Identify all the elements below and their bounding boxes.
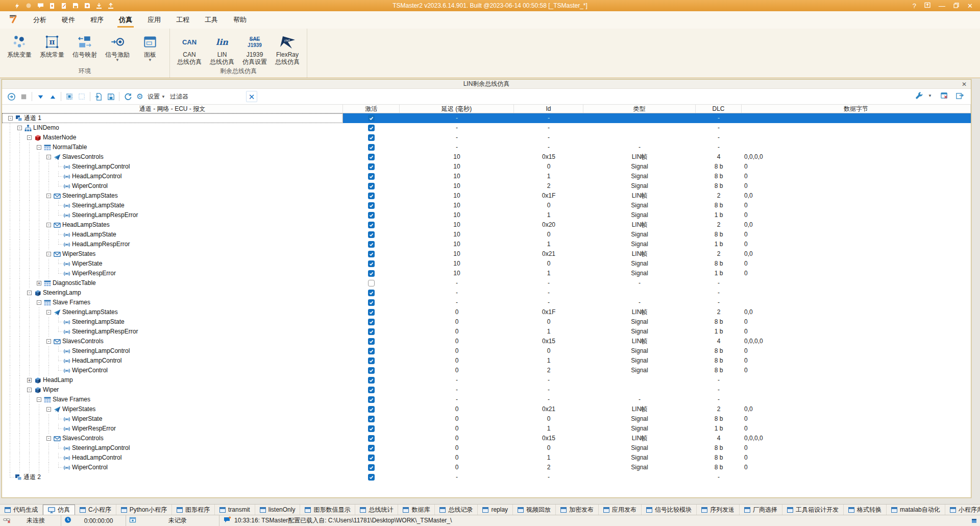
taskbar-item-17[interactable]: 厂商选择 <box>740 505 782 515</box>
menu-item-4[interactable]: 应用 <box>140 12 168 28</box>
expand-toggle[interactable]: - <box>44 223 54 227</box>
expand-toggle[interactable]: - <box>34 300 44 305</box>
activate-checkbox[interactable] <box>368 319 375 325</box>
tree-cell[interactable]: 通道 2 <box>2 472 343 482</box>
wrench-icon[interactable] <box>913 90 924 101</box>
activate-checkbox[interactable] <box>368 202 375 209</box>
disk-icon[interactable] <box>72 2 79 9</box>
activate-checkbox[interactable] <box>368 154 375 160</box>
close-icon[interactable]: ✕ <box>967 2 973 10</box>
activate-checkbox[interactable] <box>368 134 375 141</box>
tree-cell[interactable]: SteeringLampState <box>2 317 343 327</box>
clear-filter-icon[interactable]: ✕ <box>246 91 257 102</box>
ribbon-button-j1939[interactable]: SAEJ1939J1939 仿真设置 <box>238 31 271 66</box>
column-header-3[interactable]: Id <box>514 105 583 113</box>
select-all-icon[interactable] <box>64 91 75 102</box>
taskbar-item-19[interactable]: 格式转换 <box>844 505 887 515</box>
tree-cell[interactable]: -MasterNode <box>2 133 343 142</box>
tree-row[interactable]: SteeringLampState00Signal8 b0 <box>2 317 971 327</box>
tree-row[interactable]: SteeringLampRespError01Signal1 b0 <box>2 327 971 337</box>
activate-checkbox[interactable] <box>368 173 375 180</box>
window-close-icon[interactable]: ✕ <box>962 80 967 89</box>
ribbon-button-sysvar[interactable]: 系统变量 <box>3 31 36 66</box>
tree-cell[interactable]: HeadLampState <box>2 230 343 240</box>
activate-checkbox[interactable] <box>368 357 375 364</box>
tree-row[interactable]: SteeringLampControl00Signal8 b0 <box>2 443 971 453</box>
tree-cell[interactable]: SteeringLampControl <box>2 346 343 356</box>
menu-item-3[interactable]: 仿真 <box>111 12 140 28</box>
tree-row[interactable]: -Slave Frames---- <box>2 298 971 307</box>
expand-toggle[interactable]: - <box>24 135 34 140</box>
tree-cell[interactable]: HeadLampControl <box>2 172 343 181</box>
activate-checkbox[interactable] <box>368 144 375 151</box>
tree-cell[interactable]: -SteeringLampStates <box>2 191 343 201</box>
tree-cell[interactable]: -Wiper <box>2 385 343 395</box>
tree-cell[interactable]: -SteeringLampStates <box>2 307 343 317</box>
activate-checkbox[interactable] <box>368 270 375 277</box>
taskbar-item-4[interactable]: 图形程序 <box>172 505 215 515</box>
expand-toggle[interactable]: - <box>44 155 54 159</box>
tree-row[interactable]: WiperRespError101Signal1 b0 <box>2 269 971 278</box>
expand-toggle[interactable]: - <box>15 126 24 130</box>
taskbar-item-18[interactable]: 工具箱设计开发 <box>782 505 844 515</box>
taskbar-item-13[interactable]: 加密发布 <box>556 505 599 515</box>
tree-row[interactable]: WiperControl02Signal8 b0 <box>2 463 971 472</box>
tree-cell[interactable]: SteeringLampControl <box>2 162 343 172</box>
activate-checkbox[interactable] <box>368 338 375 345</box>
tree-cell[interactable]: HeadLampControl <box>2 356 343 366</box>
taskbar-item-12[interactable]: 视频回放 <box>513 505 556 515</box>
circle-icon[interactable] <box>25 2 32 9</box>
activate-checkbox[interactable] <box>368 290 375 296</box>
activate-checkbox[interactable] <box>368 115 375 122</box>
filter-button[interactable]: 过滤器 <box>170 92 188 101</box>
expand-toggle[interactable]: + <box>34 281 44 285</box>
expand-toggle[interactable]: - <box>44 407 54 412</box>
settings-button[interactable]: 设置 <box>148 92 160 101</box>
tree-cell[interactable]: +DiagnosticTable <box>2 278 343 288</box>
tree-cell[interactable]: -SlavesControls <box>2 337 343 346</box>
activate-checkbox[interactable] <box>368 280 375 286</box>
menu-item-7[interactable]: 帮助 <box>226 12 254 28</box>
close-panel-icon[interactable] <box>939 90 950 101</box>
tree-row[interactable]: HeadLampControl01Signal8 b0 <box>2 356 971 366</box>
minimize-icon[interactable]: — <box>939 2 945 10</box>
tree-cell[interactable]: WiperRespError <box>2 269 343 278</box>
tree-row[interactable]: +DiagnosticTable---- <box>2 278 971 288</box>
tree-row[interactable]: WiperRespError01Signal1 b0 <box>2 424 971 434</box>
export-icon[interactable] <box>954 90 965 101</box>
tree-cell[interactable]: WiperControl <box>2 463 343 472</box>
activate-checkbox[interactable] <box>368 222 375 228</box>
menu-item-2[interactable]: 程序 <box>83 12 111 28</box>
expand-toggle[interactable]: - <box>24 291 34 295</box>
tree-cell[interactable]: WiperControl <box>2 366 343 375</box>
chat-icon[interactable] <box>37 2 44 9</box>
tree-cell[interactable]: HeadLampRespError <box>2 240 343 249</box>
wrench-dropdown-icon[interactable]: ▼ <box>928 93 932 98</box>
activate-checkbox[interactable] <box>368 183 375 189</box>
activate-checkbox[interactable] <box>368 416 375 422</box>
doc-pen-icon[interactable] <box>60 2 67 9</box>
column-header-2[interactable]: 延迟 (毫秒) <box>400 105 514 113</box>
ribbon-button-sysconst[interactable]: π系统常量 <box>36 31 68 66</box>
tree-cell[interactable]: SteeringLampRespError <box>2 327 343 337</box>
taskbar-item-2[interactable]: C小程序 <box>75 505 116 515</box>
activate-checkbox[interactable] <box>368 231 375 238</box>
tree-row[interactable]: WiperControl102Signal8 b0 <box>2 181 971 191</box>
tree-cell[interactable]: WiperState <box>2 414 343 424</box>
tree-row[interactable]: -HeadLampStates100x20LIN帧20,0 <box>2 220 971 230</box>
taskbar-item-6[interactable]: listenOnly <box>255 505 301 515</box>
tree-cell[interactable]: SteeringLampControl <box>2 443 343 453</box>
settings-dropdown-icon[interactable]: ▼ <box>161 94 165 99</box>
tree-row[interactable]: +HeadLamp--- <box>2 375 971 385</box>
start-simulation-icon[interactable] <box>6 91 17 102</box>
taskbar-item-15[interactable]: 信号比较模块 <box>642 505 697 515</box>
taskbar-item-1[interactable]: 仿真 <box>43 505 75 515</box>
tree-row[interactable]: -LINDemo--- <box>2 123 971 133</box>
tree-row[interactable]: -Slave Frames---- <box>2 395 971 404</box>
activate-checkbox[interactable] <box>368 406 375 413</box>
activate-checkbox[interactable] <box>368 455 375 461</box>
gear-icon[interactable]: ⚙ <box>134 91 145 102</box>
tree-row[interactable]: HeadLampControl101Signal8 b0 <box>2 172 971 181</box>
pin-window-icon[interactable] <box>924 2 930 10</box>
tree-cell[interactable]: -SteeringLamp <box>2 288 343 298</box>
